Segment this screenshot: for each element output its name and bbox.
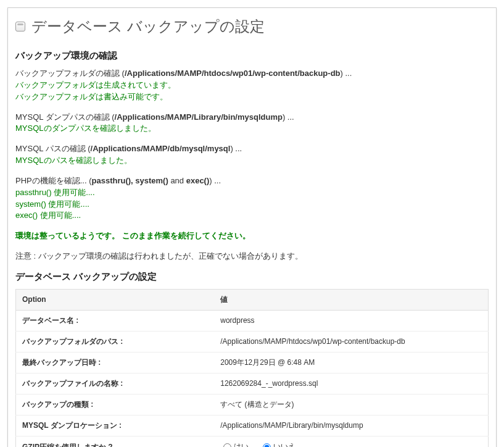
gzip-yes-option[interactable]: はい — [220, 441, 249, 447]
gzip-no-label: いいえ — [273, 441, 295, 447]
env-dump-path: /Applications/MAMP/Library/bin/mysqldump — [115, 112, 283, 122]
env-folder-block: バックアップフォルダの確認 (/Applications/MAMP/htdocs… — [15, 68, 489, 103]
env-mysql-close: ) ... — [230, 144, 242, 153]
env-php-exec-ok: exec() 使用可能.... — [15, 211, 81, 220]
env-php-and: and — [168, 176, 186, 185]
row-gzip-label: GZIP圧縮を使用しますか ? — [16, 436, 215, 447]
row-dumploc-label: MYSQL ダンプロケーション : — [16, 415, 215, 436]
env-mysql-block: MYSQL パスの確認 (/Applications/MAMP/db/mysql… — [15, 143, 489, 167]
gzip-yes-radio[interactable] — [223, 443, 231, 447]
row-last-value: 2009年12月29日 @ 6:48 AM — [214, 352, 488, 373]
env-folder-writable: バックアップフォルダは書込み可能です。 — [15, 92, 168, 101]
table-row: MYSQL ダンプロケーション : /Applications/MAMP/Lib… — [16, 415, 489, 436]
col-value: 値 — [214, 289, 488, 310]
env-php-label: PHPの機能を確認... ( — [15, 176, 92, 185]
row-folder-value: /Applications/MAMP/htdocs/wp01/wp-conten… — [214, 331, 488, 352]
env-folder-path: /Applications/MAMP/htdocs/wp01/wp-conten… — [125, 69, 341, 78]
row-dbname-label: データベース名 : — [16, 310, 215, 331]
env-mysql-ok: MYSQLのパスを確認しました。 — [15, 156, 132, 165]
env-section-heading: バックアップ環境の確認 — [15, 50, 489, 62]
row-dbname-value: wordpress — [214, 310, 488, 331]
env-dump-ok: MYSQLのダンプパスを確認しました。 — [15, 123, 156, 133]
row-dumploc-value: /Applications/MAMP/Library/bin/mysqldump — [214, 415, 488, 436]
env-php-exec: exec() — [186, 176, 210, 185]
table-row: GZIP圧縮を使用しますか ? はい いいえ — [16, 436, 489, 447]
env-mysql-path: /Applications/MAMP/db/mysql/mysql — [91, 144, 231, 153]
gzip-yes-label: はい — [234, 441, 249, 447]
row-type-label: バックアップの種類 : — [16, 394, 215, 415]
page-title-text: データベース バックアップの設定 — [31, 17, 265, 36]
row-file-label: バックアップファイルの名称 : — [16, 373, 215, 394]
col-option: Option — [16, 289, 215, 310]
settings-panel: データベース バックアップの設定 バックアップ環境の確認 バックアップフォルダの… — [7, 7, 497, 447]
settings-table: Option 値 データベース名 : wordpress バックアップフォルダの… — [15, 289, 489, 447]
row-type-value: すべて (構造とデータ) — [214, 394, 488, 415]
env-mysql-label: MYSQL パスの確認 ( — [15, 144, 91, 153]
settings-section-heading: データベース バックアップの設定 — [15, 271, 489, 283]
env-php-funcs: passthru(), system() — [92, 176, 168, 185]
gzip-no-radio[interactable] — [263, 443, 271, 447]
env-folder-created: バックアップフォルダは生成されています。 — [15, 80, 176, 90]
env-note: 注意 : バックアップ環境の確認は行われましたが、正確でない場合があります。 — [15, 251, 489, 262]
env-php-system: system() 使用可能.... — [15, 199, 89, 209]
gzip-no-option[interactable]: いいえ — [260, 441, 295, 447]
table-row: データベース名 : wordpress — [16, 310, 489, 331]
row-last-label: 最終バックアップ日時 : — [16, 352, 215, 373]
env-dump-label: MYSQL ダンプパスの確認 ( — [15, 112, 115, 122]
env-ready: 環境は整っているようです。 このまま作業を続行してください。 — [15, 230, 489, 242]
env-dump-close: ) ... — [283, 112, 294, 122]
env-folder-close: ) ... — [341, 69, 352, 78]
table-row: バックアップの種類 : すべて (構造とデータ) — [16, 394, 489, 415]
row-folder-label: バックアップフォルダのパス : — [16, 331, 215, 352]
env-php-close: ) ... — [209, 176, 221, 185]
table-row: バックアップフォルダのパス : /Applications/MAMP/htdoc… — [16, 331, 489, 352]
row-file-value: 1262069284_-_wordpress.sql — [214, 373, 488, 394]
row-gzip-value: はい いいえ — [214, 436, 488, 447]
env-dump-block: MYSQL ダンプパスの確認 (/Applications/MAMP/Libra… — [15, 112, 489, 135]
env-php-passthru: passthru() 使用可能.... — [15, 188, 95, 197]
page-title: データベース バックアップの設定 — [15, 14, 489, 39]
env-folder-label: バックアップフォルダの確認 ( — [15, 69, 125, 78]
table-row: 最終バックアップ日時 : 2009年12月29日 @ 6:48 AM — [16, 352, 489, 373]
env-php-block: PHPの機能を確認... (passthru(), system() and e… — [15, 175, 489, 222]
table-row: バックアップファイルの名称 : 1262069284_-_wordpress.s… — [16, 373, 489, 394]
database-icon — [15, 22, 25, 31]
